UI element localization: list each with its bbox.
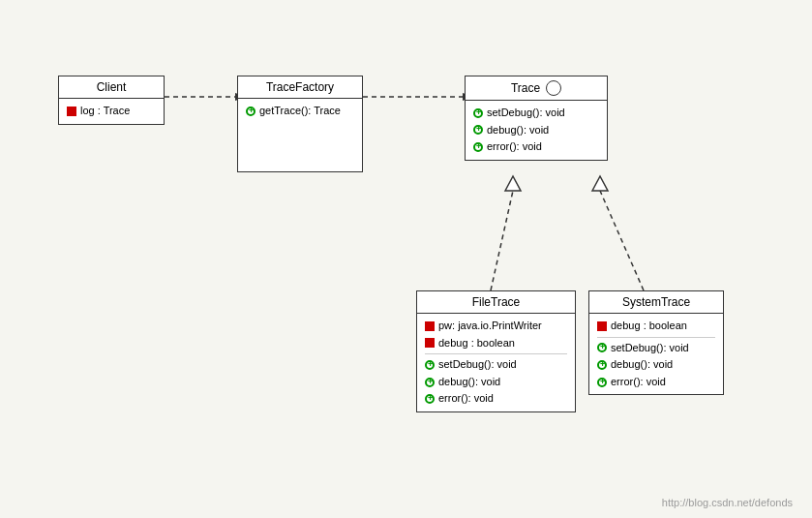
filetrace-name: FileTrace	[472, 295, 521, 309]
svg-marker-7	[592, 176, 608, 191]
public-icon	[246, 107, 256, 116]
tracefactory-body: getTrace(): Trace	[238, 99, 362, 124]
tracefactory-class: TraceFactory getTrace(): Trace	[237, 76, 363, 172]
public-icon-st-2	[597, 378, 607, 387]
filetrace-member-4: error(): void	[425, 390, 567, 408]
systemtrace-member-text-2: debug(): void	[611, 356, 673, 374]
systemtrace-header: SystemTrace	[589, 291, 723, 314]
filetrace-header: FileTrace	[417, 291, 575, 314]
public-icon-st-0	[597, 343, 607, 352]
systemtrace-class: SystemTrace debug : boolean setDebug(): …	[588, 290, 724, 395]
public-icon-1	[473, 125, 483, 135]
tracefactory-member-0: getTrace(): Trace	[246, 103, 354, 120]
systemtrace-name: SystemTrace	[622, 295, 690, 309]
systemtrace-member-1: setDebug(): void	[597, 340, 715, 357]
filetrace-class: FileTrace pw: java.io.PrintWriter debug …	[416, 290, 576, 412]
filetrace-member-text-2: setDebug(): void	[438, 356, 517, 374]
client-name: Client	[97, 80, 127, 94]
systemtrace-member-text-1: setDebug(): void	[611, 340, 689, 357]
tracefactory-header: TraceFactory	[238, 76, 362, 99]
tracefactory-member-text-0: getTrace(): Trace	[259, 103, 341, 120]
diagram-container: Client log : Trace TraceFactory getTrace…	[0, 0, 812, 518]
svg-marker-5	[505, 176, 521, 191]
client-header: Client	[59, 76, 164, 99]
trace-member-0: setDebug(): void	[473, 105, 599, 122]
filetrace-member-text-0: pw: java.io.PrintWriter	[438, 318, 542, 335]
trace-name: Trace	[511, 81, 540, 95]
public-icon-ft-0	[425, 360, 435, 370]
svg-line-6	[600, 191, 644, 290]
systemtrace-member-text-3: error(): void	[611, 374, 666, 391]
interface-circle	[546, 80, 561, 96]
systemtrace-member-2: debug(): void	[597, 356, 715, 374]
filetrace-member-1: debug : boolean	[425, 335, 567, 352]
private-icon-1	[425, 338, 435, 348]
watermark: http://blog.csdn.net/defonds	[662, 497, 793, 508]
trace-member-text-2: error(): void	[487, 138, 542, 156]
trace-body: setDebug(): void debug(): void error(): …	[466, 101, 607, 160]
filetrace-member-2: setDebug(): void	[425, 356, 567, 374]
trace-member-text-1: debug(): void	[487, 122, 549, 139]
private-icon	[67, 107, 76, 116]
filetrace-member-text-4: error(): void	[438, 390, 494, 408]
tracefactory-name: TraceFactory	[266, 80, 334, 94]
trace-member-text-0: setDebug(): void	[487, 105, 565, 122]
systemtrace-body: debug : boolean setDebug(): void debug()…	[589, 314, 723, 394]
client-class: Client log : Trace	[58, 76, 165, 125]
client-member-text-0: log : Trace	[80, 103, 130, 120]
trace-member-1: debug(): void	[473, 122, 599, 139]
trace-member-2: error(): void	[473, 138, 599, 156]
svg-line-4	[491, 191, 513, 290]
client-member-0: log : Trace	[67, 103, 156, 120]
systemtrace-member-3: error(): void	[597, 374, 715, 391]
filetrace-body: pw: java.io.PrintWriter debug : boolean …	[417, 314, 575, 411]
filetrace-member-text-3: debug(): void	[438, 374, 500, 391]
public-icon-ft-2	[425, 394, 435, 404]
client-body: log : Trace	[59, 99, 164, 124]
systemtrace-member-0: debug : boolean	[597, 318, 715, 335]
trace-header: Trace	[466, 76, 607, 101]
trace-class: Trace setDebug(): void debug(): void err…	[465, 76, 608, 161]
filetrace-member-3: debug(): void	[425, 374, 567, 391]
filetrace-member-0: pw: java.io.PrintWriter	[425, 318, 567, 335]
public-icon-2	[473, 142, 483, 152]
filetrace-member-text-1: debug : boolean	[438, 335, 515, 352]
public-icon-0	[473, 108, 483, 118]
public-icon-ft-1	[425, 378, 435, 387]
private-icon-st-0	[597, 321, 607, 331]
private-icon-0	[425, 321, 435, 331]
systemtrace-member-text-0: debug : boolean	[611, 318, 687, 335]
public-icon-st-1	[597, 360, 607, 370]
